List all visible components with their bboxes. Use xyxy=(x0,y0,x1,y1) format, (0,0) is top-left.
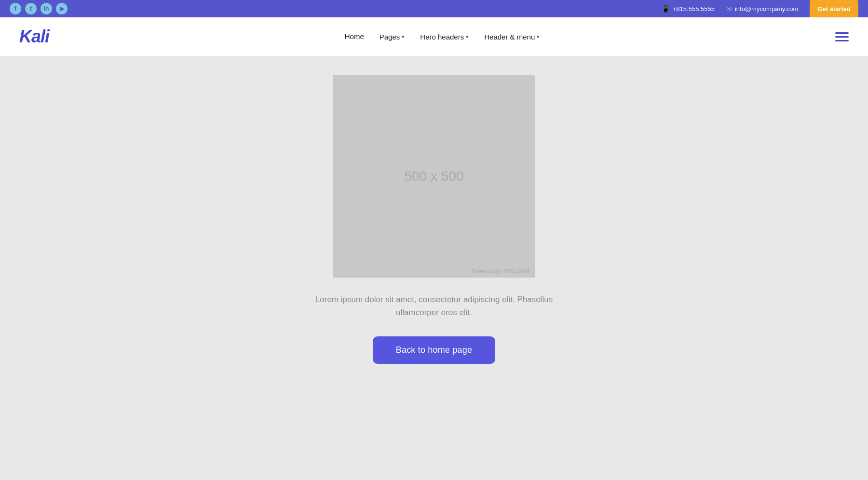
top-bar-right: 📱 +815.555.5555 ✉ info@mycompany.com Get… xyxy=(662,0,858,17)
facebook-icon[interactable]: f xyxy=(10,3,21,14)
placeholder-image: 500 x 500 Powered by HTML.COM xyxy=(333,75,535,278)
chevron-down-icon: ▾ xyxy=(537,34,540,40)
social-icons-group: f t in ▶ xyxy=(10,3,68,14)
nav-link-home[interactable]: Home xyxy=(345,32,364,40)
nav-link-header-menu[interactable]: Header & menu ▾ xyxy=(484,33,540,41)
phone-contact: 📱 +815.555.5555 xyxy=(662,5,715,13)
phone-number: +815.555.5555 xyxy=(673,5,715,13)
hamburger-line-2 xyxy=(835,36,849,38)
email-icon: ✉ xyxy=(726,5,732,13)
nav-link-pages[interactable]: Pages ▾ xyxy=(380,33,405,41)
nav-item-hero-headers[interactable]: Hero headers ▾ xyxy=(420,33,469,41)
nav-item-header-menu[interactable]: Header & menu ▾ xyxy=(484,33,540,41)
site-logo[interactable]: Kali xyxy=(19,27,49,47)
nav-item-home[interactable]: Home xyxy=(345,32,364,41)
description-text: Lorem ipsum dolor sit amet, consectetur … xyxy=(309,293,559,319)
phone-icon: 📱 xyxy=(662,5,670,13)
youtube-icon[interactable]: ▶ xyxy=(56,3,68,14)
main-content: 500 x 500 Powered by HTML.COM Lorem ipsu… xyxy=(0,56,868,480)
email-contact: ✉ info@mycompany.com xyxy=(726,5,798,13)
get-started-button[interactable]: Get started xyxy=(810,0,858,17)
hamburger-menu-icon[interactable] xyxy=(835,32,849,41)
hamburger-line-3 xyxy=(835,40,849,41)
twitter-icon[interactable]: t xyxy=(25,3,37,14)
chevron-down-icon: ▾ xyxy=(466,34,469,40)
instagram-icon[interactable]: in xyxy=(41,3,52,14)
back-to-home-button[interactable]: Back to home page xyxy=(373,336,496,364)
top-bar: f t in ▶ 📱 +815.555.5555 ✉ info@mycompan… xyxy=(0,0,868,17)
powered-by-label: Powered by HTML.COM xyxy=(472,268,529,274)
nav-item-pages[interactable]: Pages ▾ xyxy=(380,33,405,41)
email-address: info@mycompany.com xyxy=(735,5,798,13)
nav-links-list: Home Pages ▾ Hero headers ▾ Header & men… xyxy=(345,32,540,41)
hamburger-line-1 xyxy=(835,32,849,34)
image-dimensions-label: 500 x 500 xyxy=(405,169,464,184)
chevron-down-icon: ▾ xyxy=(402,34,405,40)
nav-link-hero-headers[interactable]: Hero headers ▾ xyxy=(420,33,469,41)
main-navigation: Kali Home Pages ▾ Hero headers ▾ Header … xyxy=(0,17,868,56)
